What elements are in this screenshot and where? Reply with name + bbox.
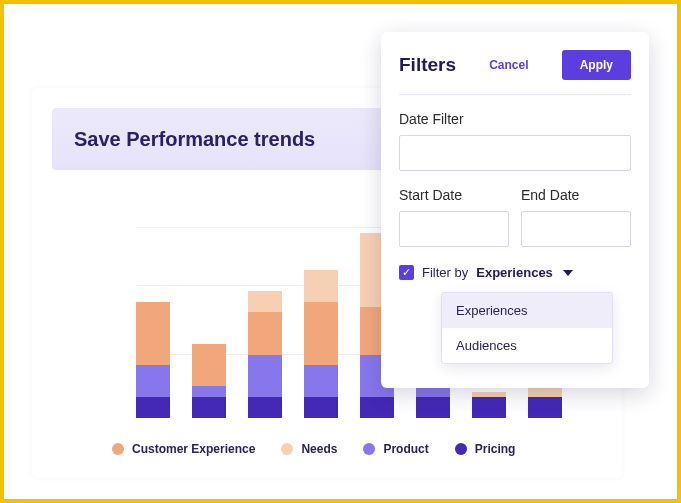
bar-segment (304, 365, 338, 397)
bar-segment (360, 397, 394, 418)
bar-segment (248, 312, 282, 354)
bar (136, 302, 170, 418)
bar (528, 386, 562, 418)
legend-label: Product (383, 442, 428, 456)
filter-by-dropdown: ExperiencesAudiences (441, 292, 613, 364)
date-filter-label: Date Filter (399, 111, 631, 127)
filter-by-prefix: Filter by (422, 265, 468, 280)
end-date-label: End Date (521, 187, 631, 203)
filter-by-row[interactable]: ✓ Filter by Experiences (399, 265, 631, 280)
legend-item: Pricing (455, 442, 516, 456)
bar (192, 344, 226, 418)
legend-swatch-icon (363, 443, 375, 455)
bar-segment (136, 397, 170, 418)
bar-segment (528, 397, 562, 418)
filters-header: Filters Cancel Apply (399, 50, 631, 95)
bar-segment (192, 386, 226, 397)
dropdown-item[interactable]: Experiences (442, 293, 612, 328)
bar-segment (248, 355, 282, 397)
chart-legend: Customer ExperienceNeedsProductPricing (112, 442, 515, 456)
bar (248, 291, 282, 418)
end-date-input[interactable] (521, 211, 631, 247)
bar-segment (248, 397, 282, 418)
bar-segment (472, 397, 506, 418)
page-title: Save Performance trends (74, 128, 315, 151)
legend-swatch-icon (281, 443, 293, 455)
cancel-button[interactable]: Cancel (485, 52, 532, 78)
bar-segment (304, 302, 338, 365)
bar-segment (136, 302, 170, 365)
legend-label: Pricing (475, 442, 516, 456)
legend-item: Customer Experience (112, 442, 255, 456)
filters-title: Filters (399, 54, 456, 76)
bar-segment (248, 291, 282, 312)
bar-segment (304, 397, 338, 418)
bar (472, 392, 506, 418)
filter-by-checkbox[interactable]: ✓ (399, 265, 414, 280)
bar-segment (192, 397, 226, 418)
bar-segment (192, 344, 226, 386)
date-filter-input[interactable] (399, 135, 631, 171)
legend-label: Needs (301, 442, 337, 456)
start-date-label: Start Date (399, 187, 509, 203)
legend-item: Needs (281, 442, 337, 456)
filters-panel: Filters Cancel Apply Date Filter Start D… (381, 32, 649, 388)
bar-segment (136, 365, 170, 397)
legend-swatch-icon (112, 443, 124, 455)
caret-down-icon (563, 270, 573, 276)
bar-segment (304, 270, 338, 302)
legend-swatch-icon (455, 443, 467, 455)
bar-segment (416, 397, 450, 418)
legend-label: Customer Experience (132, 442, 255, 456)
start-date-input[interactable] (399, 211, 509, 247)
legend-item: Product (363, 442, 428, 456)
filter-by-value: Experiences (476, 265, 553, 280)
dropdown-item[interactable]: Audiences (442, 328, 612, 363)
bar (304, 270, 338, 418)
apply-button[interactable]: Apply (562, 50, 631, 80)
